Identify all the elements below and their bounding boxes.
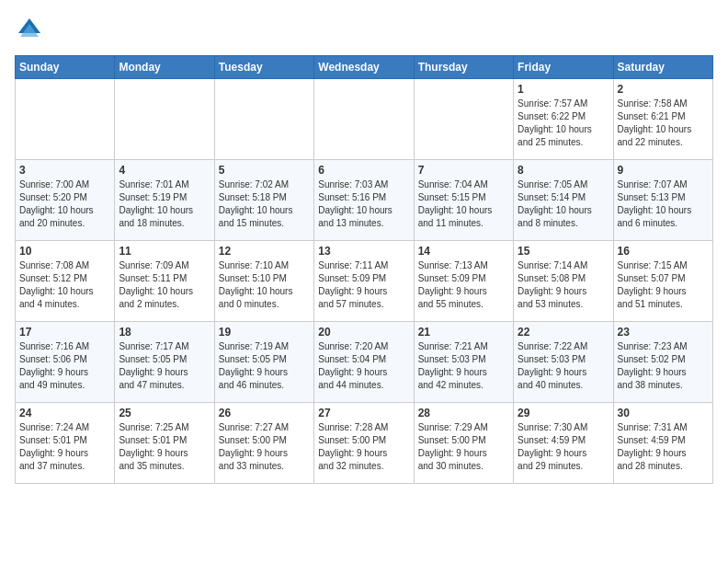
day-info: Sunrise: 7:02 AM Sunset: 5:18 PM Dayligh…	[219, 178, 310, 230]
calendar-cell: 19Sunrise: 7:19 AM Sunset: 5:05 PM Dayli…	[214, 322, 313, 403]
day-number: 20	[318, 326, 409, 339]
day-info: Sunrise: 7:09 AM Sunset: 5:11 PM Dayligh…	[119, 259, 210, 311]
calendar-header-monday: Monday	[115, 56, 214, 79]
calendar-cell: 25Sunrise: 7:25 AM Sunset: 5:01 PM Dayli…	[115, 403, 214, 484]
day-info: Sunrise: 7:22 AM Sunset: 5:03 PM Dayligh…	[518, 340, 609, 392]
day-info: Sunrise: 7:13 AM Sunset: 5:09 PM Dayligh…	[418, 259, 509, 311]
calendar-cell: 13Sunrise: 7:11 AM Sunset: 5:09 PM Dayli…	[314, 241, 414, 322]
calendar-cell: 29Sunrise: 7:30 AM Sunset: 4:59 PM Dayli…	[514, 403, 613, 484]
calendar-cell: 12Sunrise: 7:10 AM Sunset: 5:10 PM Dayli…	[214, 241, 313, 322]
logo	[15, 15, 48, 44]
day-number: 4	[119, 164, 210, 177]
day-info: Sunrise: 7:04 AM Sunset: 5:15 PM Dayligh…	[418, 178, 509, 230]
day-number: 17	[19, 326, 110, 339]
calendar-header-tuesday: Tuesday	[214, 56, 313, 79]
calendar-cell: 17Sunrise: 7:16 AM Sunset: 5:06 PM Dayli…	[16, 322, 115, 403]
day-number: 5	[219, 164, 310, 177]
page-header	[15, 15, 713, 44]
day-info: Sunrise: 7:14 AM Sunset: 5:08 PM Dayligh…	[518, 259, 609, 311]
calendar-cell: 5Sunrise: 7:02 AM Sunset: 5:18 PM Daylig…	[214, 160, 313, 241]
calendar-week-row: 3Sunrise: 7:00 AM Sunset: 5:20 PM Daylig…	[16, 160, 713, 241]
calendar-cell: 14Sunrise: 7:13 AM Sunset: 5:09 PM Dayli…	[414, 241, 513, 322]
day-info: Sunrise: 7:17 AM Sunset: 5:05 PM Dayligh…	[119, 340, 210, 392]
day-number: 23	[618, 326, 709, 339]
day-number: 24	[19, 407, 110, 419]
day-info: Sunrise: 7:28 AM Sunset: 5:00 PM Dayligh…	[318, 421, 409, 473]
calendar-week-row: 24Sunrise: 7:24 AM Sunset: 5:01 PM Dayli…	[16, 403, 713, 484]
calendar-cell: 21Sunrise: 7:21 AM Sunset: 5:03 PM Dayli…	[414, 322, 513, 403]
day-number: 30	[618, 407, 709, 419]
day-number: 15	[518, 245, 609, 258]
day-info: Sunrise: 7:08 AM Sunset: 5:12 PM Dayligh…	[19, 259, 110, 311]
calendar-week-row: 1Sunrise: 7:57 AM Sunset: 6:22 PM Daylig…	[16, 79, 713, 160]
calendar-cell: 27Sunrise: 7:28 AM Sunset: 5:00 PM Dayli…	[314, 403, 414, 484]
day-number: 10	[19, 245, 110, 258]
day-info: Sunrise: 7:24 AM Sunset: 5:01 PM Dayligh…	[19, 421, 110, 473]
calendar-cell: 8Sunrise: 7:05 AM Sunset: 5:14 PM Daylig…	[514, 160, 613, 241]
calendar-cell: 9Sunrise: 7:07 AM Sunset: 5:13 PM Daylig…	[613, 160, 712, 241]
calendar-cell: 18Sunrise: 7:17 AM Sunset: 5:05 PM Dayli…	[115, 322, 214, 403]
calendar-cell	[16, 79, 115, 160]
day-info: Sunrise: 7:27 AM Sunset: 5:00 PM Dayligh…	[219, 421, 310, 473]
calendar-header-row: SundayMondayTuesdayWednesdayThursdayFrid…	[16, 56, 713, 79]
day-number: 6	[318, 164, 409, 177]
calendar-cell: 24Sunrise: 7:24 AM Sunset: 5:01 PM Dayli…	[16, 403, 115, 484]
day-number: 14	[418, 245, 509, 258]
day-info: Sunrise: 7:19 AM Sunset: 5:05 PM Dayligh…	[219, 340, 310, 392]
logo-icon	[15, 15, 44, 44]
day-number: 19	[219, 326, 310, 339]
calendar-cell: 26Sunrise: 7:27 AM Sunset: 5:00 PM Dayli…	[214, 403, 313, 484]
day-info: Sunrise: 7:07 AM Sunset: 5:13 PM Dayligh…	[618, 178, 709, 230]
calendar-table: SundayMondayTuesdayWednesdayThursdayFrid…	[15, 55, 713, 484]
calendar-cell: 7Sunrise: 7:04 AM Sunset: 5:15 PM Daylig…	[414, 160, 513, 241]
day-number: 25	[119, 407, 210, 419]
calendar-cell: 10Sunrise: 7:08 AM Sunset: 5:12 PM Dayli…	[16, 241, 115, 322]
day-number: 16	[618, 245, 709, 258]
day-info: Sunrise: 7:30 AM Sunset: 4:59 PM Dayligh…	[518, 421, 609, 473]
day-number: 27	[318, 407, 409, 419]
calendar-cell: 23Sunrise: 7:23 AM Sunset: 5:02 PM Dayli…	[613, 322, 712, 403]
day-number: 28	[418, 407, 509, 419]
calendar-cell: 22Sunrise: 7:22 AM Sunset: 5:03 PM Dayli…	[514, 322, 613, 403]
day-number: 18	[119, 326, 210, 339]
calendar-cell: 4Sunrise: 7:01 AM Sunset: 5:19 PM Daylig…	[115, 160, 214, 241]
calendar-cell: 6Sunrise: 7:03 AM Sunset: 5:16 PM Daylig…	[314, 160, 414, 241]
day-number: 2	[618, 83, 709, 96]
calendar-cell: 15Sunrise: 7:14 AM Sunset: 5:08 PM Dayli…	[514, 241, 613, 322]
day-number: 7	[418, 164, 509, 177]
day-number: 21	[418, 326, 509, 339]
day-info: Sunrise: 7:20 AM Sunset: 5:04 PM Dayligh…	[318, 340, 409, 392]
calendar-header-friday: Friday	[514, 56, 613, 79]
calendar-cell: 3Sunrise: 7:00 AM Sunset: 5:20 PM Daylig…	[16, 160, 115, 241]
day-info: Sunrise: 7:31 AM Sunset: 4:59 PM Dayligh…	[618, 421, 709, 473]
day-info: Sunrise: 7:25 AM Sunset: 5:01 PM Dayligh…	[119, 421, 210, 473]
calendar-header-wednesday: Wednesday	[314, 56, 414, 79]
day-info: Sunrise: 7:23 AM Sunset: 5:02 PM Dayligh…	[618, 340, 709, 392]
day-number: 12	[219, 245, 310, 258]
day-info: Sunrise: 7:01 AM Sunset: 5:19 PM Dayligh…	[119, 178, 210, 230]
calendar-cell: 30Sunrise: 7:31 AM Sunset: 4:59 PM Dayli…	[613, 403, 712, 484]
calendar-cell	[314, 79, 414, 160]
day-number: 13	[318, 245, 409, 258]
day-info: Sunrise: 7:10 AM Sunset: 5:10 PM Dayligh…	[219, 259, 310, 311]
calendar-header-sunday: Sunday	[16, 56, 115, 79]
day-number: 22	[518, 326, 609, 339]
calendar-cell: 20Sunrise: 7:20 AM Sunset: 5:04 PM Dayli…	[314, 322, 414, 403]
calendar-cell: 2Sunrise: 7:58 AM Sunset: 6:21 PM Daylig…	[613, 79, 712, 160]
calendar-week-row: 17Sunrise: 7:16 AM Sunset: 5:06 PM Dayli…	[16, 322, 713, 403]
day-info: Sunrise: 7:57 AM Sunset: 6:22 PM Dayligh…	[518, 98, 609, 149]
day-number: 8	[518, 164, 609, 177]
calendar-cell: 16Sunrise: 7:15 AM Sunset: 5:07 PM Dayli…	[613, 241, 712, 322]
day-info: Sunrise: 7:03 AM Sunset: 5:16 PM Dayligh…	[318, 178, 409, 230]
day-info: Sunrise: 7:58 AM Sunset: 6:21 PM Dayligh…	[618, 98, 709, 149]
day-number: 3	[19, 164, 110, 177]
calendar-cell	[414, 79, 513, 160]
calendar-cell: 11Sunrise: 7:09 AM Sunset: 5:11 PM Dayli…	[115, 241, 214, 322]
day-number: 26	[219, 407, 310, 419]
day-info: Sunrise: 7:15 AM Sunset: 5:07 PM Dayligh…	[618, 259, 709, 311]
calendar-header-thursday: Thursday	[414, 56, 513, 79]
day-info: Sunrise: 7:21 AM Sunset: 5:03 PM Dayligh…	[418, 340, 509, 392]
day-info: Sunrise: 7:00 AM Sunset: 5:20 PM Dayligh…	[19, 178, 110, 230]
day-info: Sunrise: 7:11 AM Sunset: 5:09 PM Dayligh…	[318, 259, 409, 311]
day-number: 9	[618, 164, 709, 177]
